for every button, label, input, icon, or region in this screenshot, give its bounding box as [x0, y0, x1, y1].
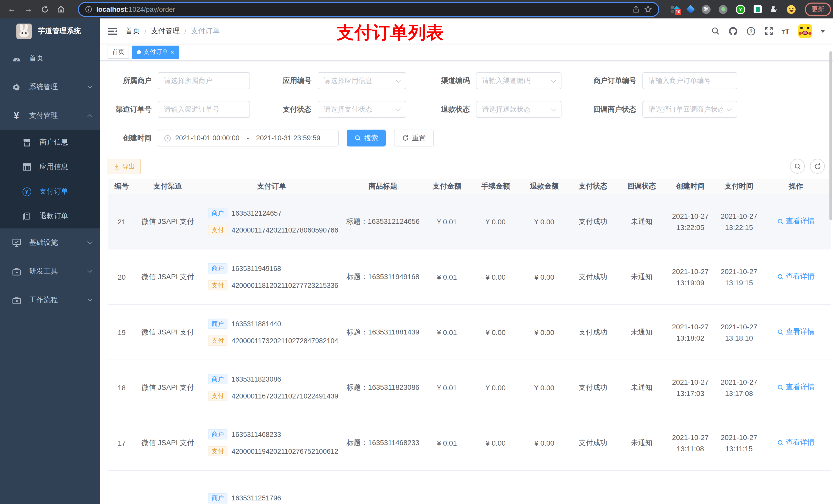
sidebar-item-system[interactable]: 系统管理 — [0, 73, 100, 101]
extensions-row: 10 ⌘ Y — [671, 4, 795, 14]
sidebar-item-dev-tools[interactable]: 研发工具 — [0, 257, 100, 286]
merchant-order-line: 商户 1635311468233 — [208, 429, 343, 439]
search-button[interactable]: 搜索 — [347, 129, 386, 146]
profile-avatar-icon[interactable] — [787, 5, 795, 14]
sidebar-collapse-icon[interactable] — [108, 27, 117, 35]
browser-reload-button[interactable] — [38, 3, 51, 16]
sidebar-item-home[interactable]: 首页 — [0, 44, 100, 73]
export-button[interactable]: 导出 — [108, 159, 141, 174]
sidebar-item-refund-order[interactable]: 退款订单 — [0, 204, 100, 229]
pay-order-line: 支付 4200001194202110276752100612 — [208, 446, 343, 456]
view-detail-link[interactable]: 查看详情 — [777, 438, 814, 448]
channel-order-no-input[interactable] — [158, 101, 250, 118]
address-bar[interactable]: localhost:1024/pay/order — [78, 2, 659, 17]
search-icon — [777, 218, 784, 225]
sidebar-item-merchant-info[interactable]: 商户信息 — [0, 130, 100, 155]
pay-order-line: 支付 4200001167202110271022491439 — [208, 391, 343, 401]
extension-command-icon[interactable]: ⌘ — [702, 5, 711, 14]
view-detail-link[interactable]: 查看详情 — [777, 328, 814, 337]
app-logo — [16, 24, 32, 39]
column-header-8: 回调状态 — [617, 182, 666, 191]
sidebar-item-workflow[interactable]: 工作流程 — [0, 286, 100, 314]
merchant-order-no-input[interactable] — [642, 72, 737, 89]
notify-status-select[interactable]: 请选择订单回调商户状态 — [642, 101, 737, 118]
refresh-icon — [402, 135, 409, 141]
refund-status-select[interactable]: 请选择退款状态 — [476, 101, 562, 118]
pay-status-select[interactable]: 请选择支付状态 — [318, 101, 406, 118]
cell-fee: ¥ 0.00 — [471, 328, 520, 336]
column-header-11: 操作 — [763, 182, 828, 191]
screen: ← → localhost:1024/pay/order 10 ⌘ Y — [0, 0, 833, 504]
app-shell: 芋道管理系统 首页 系统管理 ¥ 支付管理 — [0, 19, 833, 504]
sidebar-item-app-info[interactable]: 应用信息 — [0, 155, 100, 179]
tag-close-icon[interactable]: × — [171, 49, 174, 55]
cell-amount: ¥ 0.01 — [423, 439, 471, 447]
merchant-select[interactable] — [158, 72, 250, 89]
view-detail-link[interactable]: 查看详情 — [777, 383, 814, 392]
sidebar-item-payment[interactable]: ¥ 支付管理 — [0, 101, 100, 130]
help-icon[interactable]: ? — [746, 26, 755, 35]
select-placeholder: 请选择应用信息 — [324, 76, 372, 85]
cell-pay-status: 支付成功 — [569, 217, 617, 226]
show-search-toggle-button[interactable] — [790, 159, 805, 174]
pay-order-line: 支付 4200001174202110278060590766 — [208, 225, 343, 235]
browser-home-button[interactable] — [54, 3, 68, 16]
cell-id: 19 — [108, 328, 136, 336]
dashboard-icon — [10, 54, 23, 62]
column-header-6: 退款金额 — [520, 182, 569, 191]
cell-notify-status: 未通知 — [617, 272, 666, 282]
date-range-input[interactable]: 2021-10-01 00:00:00 - 2021-10-31 23:59:5… — [158, 129, 339, 146]
channel-code-select[interactable]: 请输入渠道编码 — [476, 72, 562, 89]
site-info-icon[interactable] — [85, 6, 92, 13]
font-size-icon[interactable]: TT — [782, 27, 789, 35]
page-content: 所属商户 应用编号 请选择应用信息 渠道编码 请输入渠道编码 — [100, 61, 833, 504]
cell-pay-order: 商户 1635311823086 支付 42000011672021102710… — [200, 374, 343, 401]
view-detail-link[interactable]: 查看详情 — [777, 272, 814, 282]
cell-create-time: 2021-10-2713:11:08 — [666, 432, 715, 454]
github-icon[interactable] — [728, 26, 737, 35]
cell-create-time: 2021-10-2713:19:09 — [666, 266, 715, 288]
cell-fee: ¥ 0.00 — [471, 439, 520, 447]
extensions-puzzle-icon[interactable] — [770, 5, 779, 14]
cell-amount: ¥ 0.01 — [423, 383, 471, 391]
sidebar-logo-row[interactable]: 芋道管理系统 — [0, 19, 100, 44]
cell-fee: ¥ 0.00 — [471, 383, 520, 391]
tag-pay-order[interactable]: 支付订单 × — [132, 45, 179, 58]
user-avatar[interactable] — [798, 24, 812, 38]
pay-tag: 支付 — [208, 280, 228, 290]
browser-update-button[interactable]: 更新 — [805, 2, 831, 16]
extension-badge-icon[interactable]: 10 — [671, 5, 679, 13]
header-search-icon[interactable] — [711, 27, 719, 35]
fullscreen-icon[interactable] — [764, 27, 773, 35]
refresh-table-button[interactable] — [810, 159, 825, 174]
extension-gem-icon[interactable] — [686, 5, 695, 14]
filter-label: 渠道订单号 — [108, 105, 158, 114]
extension-y-icon[interactable]: Y — [736, 4, 745, 14]
reset-button[interactable]: 重置 — [394, 129, 434, 146]
sidebar-item-infrastructure[interactable]: 基础设施 — [0, 229, 100, 257]
select-placeholder: 请选择订单回调商户状态 — [648, 105, 723, 114]
page-scrollbar[interactable] — [829, 51, 832, 220]
merchant-order-no: 1635312124657 — [232, 209, 282, 217]
breadcrumb-payment[interactable]: 支付管理 — [151, 26, 180, 35]
date-range-end[interactable]: 2021-10-31 23:59:59 — [256, 134, 320, 142]
extension-greendot-icon[interactable] — [719, 5, 728, 14]
view-detail-link[interactable]: 查看详情 — [777, 217, 814, 226]
cell-refund: ¥ 0.00 — [520, 328, 569, 336]
avatar-caret-icon[interactable] — [821, 30, 825, 34]
app-select[interactable]: 请选择应用信息 — [318, 72, 406, 89]
cell-action: 查看详情 — [763, 383, 828, 392]
sidebar-item-label: 退款订单 — [40, 212, 68, 221]
breadcrumb-home[interactable]: 首页 — [125, 26, 140, 35]
browser-forward-button[interactable]: → — [22, 3, 35, 16]
sidebar-item-pay-order[interactable]: ¥ 支付订单 — [0, 179, 100, 204]
cell-amount: ¥ 0.01 — [423, 217, 471, 225]
share-icon[interactable] — [632, 5, 640, 13]
sidebar-item-label: 支付订单 — [40, 187, 68, 196]
tag-home[interactable]: 首页 — [108, 45, 129, 58]
extension-chat-icon[interactable] — [754, 5, 762, 13]
browser-back-button[interactable]: ← — [5, 3, 19, 16]
bookmark-star-icon[interactable] — [644, 5, 652, 13]
filter-merchant: 所属商户 — [108, 72, 250, 89]
date-range-start[interactable]: 2021-10-01 00:00:00 — [175, 134, 239, 142]
